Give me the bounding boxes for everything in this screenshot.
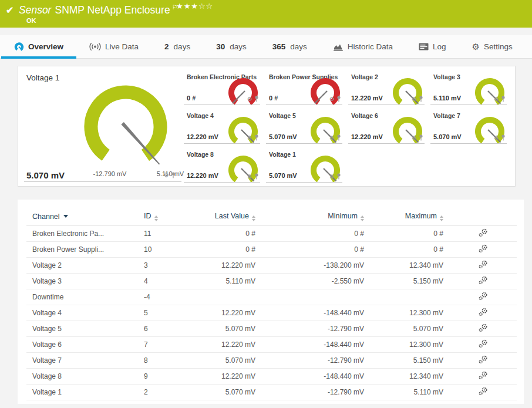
channel-edit-icon[interactable] (479, 323, 488, 332)
gauge-settings-icon[interactable]: ⚙ (164, 173, 169, 178)
channel-edit-icon[interactable] (479, 228, 488, 237)
cell-id: 3 (138, 257, 176, 273)
mini-gauge-cell[interactable]: Voltage 612.220 mV⚙ (347, 107, 429, 146)
cell-id: 8 (138, 352, 176, 368)
tab-label: Live Data (105, 42, 139, 51)
cell-channel: Voltage 7 (26, 352, 138, 368)
primary-gauge-title: Voltage 1 (26, 73, 59, 82)
column-header-minimum[interactable]: Minimum (261, 208, 370, 225)
table-row[interactable]: Voltage 345.110 mV-2.550 mV5.150 mV (26, 273, 517, 289)
tab-log[interactable]: Log (406, 35, 459, 58)
gauge-pin-icon[interactable] (171, 170, 176, 181)
mini-gauge-cell[interactable]: Voltage 15.070 mV⚙ (265, 146, 347, 184)
sort-desc-icon (63, 215, 68, 218)
channel-edit-icon[interactable] (479, 339, 488, 348)
cell-id: 5 (138, 305, 176, 321)
gauge-pin-icon[interactable] (336, 133, 341, 143)
column-header-last-value[interactable]: Last Value (176, 208, 261, 225)
gauge-settings-icon[interactable]: ⚙ (247, 96, 252, 102)
gauge-pin-icon[interactable] (254, 171, 259, 182)
sort-icon (154, 215, 158, 221)
gauge-settings-icon[interactable]: ⚙ (329, 96, 335, 102)
channel-edit-icon[interactable] (479, 355, 488, 364)
mini-gauge-cell[interactable]: Voltage 55.070 mV⚙ (265, 107, 347, 146)
gauge-pin-icon[interactable] (501, 94, 506, 104)
tab-historic-data[interactable]: Historic Data (320, 35, 406, 58)
tab-overview[interactable]: Overview (1, 35, 76, 58)
mini-gauge-cell[interactable]: Voltage 75.070 mV⚙ (429, 107, 511, 146)
gauge-settings-icon[interactable]: ⚙ (329, 135, 335, 141)
cell-maximum: 0 # (370, 225, 449, 241)
mini-gauge-title: Voltage 8 (187, 151, 214, 158)
mini-gauge-cell[interactable]: Voltage 35.110 mV⚙ (429, 68, 511, 107)
gauge-settings-icon[interactable]: ⚙ (329, 174, 335, 180)
cell-edit (449, 289, 517, 305)
mini-gauge-value: 12.220 mV (187, 172, 218, 179)
cell-minimum: -148.440 mV (261, 336, 370, 352)
channel-edit-icon[interactable] (479, 244, 488, 253)
mini-gauge-title: Voltage 3 (433, 73, 460, 80)
mini-gauge-cell[interactable]: Broken Power Supplies0 #⚙ (265, 68, 347, 107)
tab-live-data[interactable]: Live Data (76, 35, 151, 58)
channel-edit-icon[interactable] (479, 276, 488, 285)
cell-minimum (261, 289, 370, 305)
gauge-settings-icon[interactable]: ⚙ (494, 135, 499, 141)
cell-id: 10 (138, 241, 176, 257)
gauge-pin-icon[interactable] (254, 133, 259, 143)
table-row[interactable]: Voltage 2312.220 mV-138.200 mV12.340 mV (26, 257, 517, 273)
channel-edit-icon[interactable] (479, 387, 488, 396)
mini-gauge-cell[interactable]: Broken Electronic Parts0 #⚙ (183, 68, 265, 107)
priority-stars[interactable]: ★★★☆☆ (176, 2, 213, 11)
cell-minimum: -12.790 mV (261, 352, 370, 368)
mini-gauge-title: Voltage 7 (433, 112, 460, 119)
table-row[interactable]: Broken Power Suppli...100 #0 #0 # (26, 241, 517, 257)
table-row[interactable]: Voltage 125.070 mV-12.790 mV5.110 mV (26, 384, 517, 400)
gauge-pin-icon[interactable] (336, 171, 341, 182)
mini-gauge-cell[interactable]: Voltage 812.220 mV⚙ (183, 146, 265, 184)
tab-30-days[interactable]: 30days (203, 35, 260, 58)
gauge-settings-icon[interactable]: ⚙ (247, 174, 252, 180)
table-row[interactable]: Voltage 785.070 mV-12.790 mV5.150 mV (26, 352, 517, 368)
gauge-settings-icon[interactable]: ⚙ (412, 96, 417, 102)
tab-2-days[interactable]: 2days (151, 35, 203, 58)
channel-edit-icon[interactable] (479, 308, 488, 316)
gauge-pin-icon[interactable] (501, 133, 506, 143)
table-row[interactable]: Downtime-4 (26, 289, 517, 305)
table-row[interactable]: Voltage 4512.220 mV-148.440 mV12.300 mV (26, 305, 517, 321)
cell-id: 2 (138, 384, 176, 400)
table-row[interactable]: Voltage 6712.220 mV-148.440 mV12.300 mV (26, 336, 517, 352)
mini-gauge-cell[interactable]: Voltage 412.220 mV⚙ (183, 107, 265, 146)
mini-gauge-cell[interactable]: Voltage 212.220 mV⚙ (347, 68, 429, 107)
mini-gauge-value: 12.220 mV (351, 133, 383, 140)
column-header-id[interactable]: ID (138, 208, 176, 225)
table-row[interactable]: Broken Electronic Pa...110 #0 #0 # (26, 225, 517, 241)
column-header-maximum[interactable]: Maximum (370, 208, 449, 225)
sort-icon (252, 215, 255, 221)
cell-last-value: 12.220 mV (176, 305, 261, 321)
gauge-pin-icon[interactable] (336, 94, 341, 104)
tab-label: Historic Data (348, 42, 393, 51)
column-header-channel[interactable]: Channel (26, 208, 138, 225)
mini-gauge-value: 12.220 mV (187, 133, 218, 140)
cell-edit (449, 321, 517, 336)
table-row[interactable]: Voltage 565.070 mV-12.790 mV5.070 mV (26, 321, 517, 336)
gauge-pin-icon[interactable] (419, 94, 423, 104)
gauge-settings-icon[interactable]: ⚙ (247, 135, 252, 141)
cell-edit (449, 336, 517, 352)
mini-gauge-value: 5.070 mV (269, 172, 297, 179)
gauge-pin-icon[interactable] (419, 133, 423, 143)
cell-id: 6 (138, 321, 176, 336)
channel-edit-icon[interactable] (479, 371, 488, 380)
cell-channel: Voltage 6 (26, 336, 138, 352)
table-row[interactable]: Voltage 8912.220 mV-148.440 mV12.340 mV (26, 368, 517, 384)
gauge-settings-icon[interactable]: ⚙ (412, 135, 417, 141)
cell-id: 7 (138, 336, 176, 352)
channel-edit-icon[interactable] (479, 292, 488, 301)
cell-last-value: 0 # (176, 241, 261, 257)
tab-settings[interactable]: ⚙Settings (459, 35, 526, 58)
tab-365-days[interactable]: 365days (260, 35, 320, 58)
cell-minimum: 0 # (261, 225, 370, 241)
gauge-settings-icon[interactable]: ⚙ (494, 96, 499, 102)
gauge-pin-icon[interactable] (254, 94, 259, 104)
channel-edit-icon[interactable] (479, 260, 488, 269)
